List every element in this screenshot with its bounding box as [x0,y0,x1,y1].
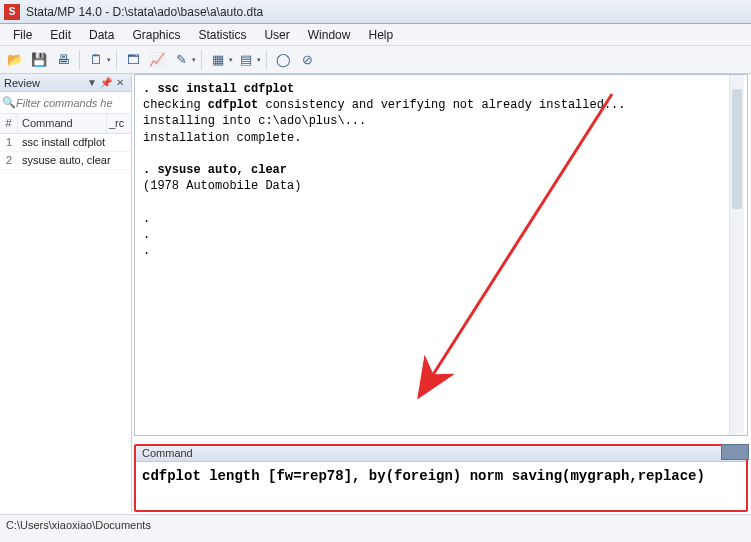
data-browser-icon[interactable]: ▤ [235,49,257,71]
col-rc[interactable]: _rc [107,114,131,133]
chevron-down-icon[interactable]: ▾ [107,56,111,64]
results-line: (1978 Automobile Data) [143,179,301,193]
filter-row: 🔍 ✕ [0,92,131,114]
review-title: Review [4,77,40,89]
command-input-wrap [136,462,746,510]
menu-statistics[interactable]: Statistics [189,26,255,44]
menu-data[interactable]: Data [80,26,123,44]
chevron-down-icon[interactable]: ▾ [192,56,196,64]
menu-edit[interactable]: Edit [41,26,80,44]
vertical-scrollbar[interactable] [729,75,744,435]
scrollbar-thumb[interactable] [732,89,742,209]
results-pane[interactable]: . ssc install cdfplot checking cdfplot c… [134,74,748,436]
app-icon: S [4,4,20,20]
break-icon[interactable]: ⊘ [296,49,318,71]
search-icon: 🔍 [2,96,16,109]
menu-graphics[interactable]: Graphics [123,26,189,44]
filter-icon[interactable]: ▼ [85,76,99,90]
results-line: installing into c:\ado\plus\... [143,114,366,128]
pin-icon[interactable]: 📌 [99,76,113,90]
titlebar-text: Stata/MP 14.0 - D:\stata\ado\base\a\auto… [26,5,263,19]
toolbar-separator [79,50,80,70]
review-header: Review ▼ 📌 ✕ [0,74,131,92]
viewer-icon[interactable]: 🗔 [122,49,144,71]
command-input[interactable] [142,468,740,484]
log-icon[interactable]: 🗒 [85,49,107,71]
menu-help[interactable]: Help [359,26,402,44]
row-number: 1 [0,134,18,151]
row-command: sysuse auto, clear [18,152,131,169]
toolbar-separator [201,50,202,70]
command-window: Command [134,444,748,512]
results-dot: . [143,212,150,226]
menu-file[interactable]: File [4,26,41,44]
statusbar: C:\Users\xiaoxiao\Documents [0,514,751,542]
results-dot: . [143,228,150,242]
data-editor-icon[interactable]: ▦ [207,49,229,71]
results-line: . sysuse auto, clear [143,163,287,177]
col-number[interactable]: # [0,114,18,133]
row-command: ssc install cdfplot [18,134,131,151]
col-command[interactable]: Command [18,114,107,133]
graph-icon[interactable]: 📈 [146,49,168,71]
do-editor-icon[interactable]: ✎ [170,49,192,71]
results-line: installation complete. [143,131,301,145]
review-panel: Review ▼ 📌 ✕ 🔍 ✕ # Command _rc 1 ssc ins… [0,74,132,512]
results-dot: . [143,244,150,258]
titlebar: S Stata/MP 14.0 - D:\stata\ado\base\a\au… [0,0,751,24]
review-row[interactable]: 1 ssc install cdfplot [0,134,131,152]
toolbar: 📂 💾 🖶 🗒 ▾ 🗔 📈 ✎ ▾ ▦ ▾ ▤ ▾ ◯ ⊘ [0,46,751,74]
row-number: 2 [0,152,18,169]
close-icon[interactable]: ✕ [113,76,127,90]
print-icon[interactable]: 🖶 [52,49,74,71]
main-area: Review ▼ 📌 ✕ 🔍 ✕ # Command _rc 1 ssc ins… [0,74,751,512]
menu-window[interactable]: Window [299,26,360,44]
toolbar-separator [266,50,267,70]
review-columns: # Command _rc [0,114,131,134]
results-line: . ssc install cdfplot [143,82,294,96]
menu-user[interactable]: User [255,26,298,44]
open-icon[interactable]: 📂 [4,49,26,71]
command-header: Command [136,446,746,462]
save-icon[interactable]: 💾 [28,49,50,71]
chevron-down-icon[interactable]: ▾ [257,56,261,64]
results-area: . ssc install cdfplot checking cdfplot c… [132,74,751,512]
results-line: checking cdfplot consistency and verifyi… [143,98,626,112]
more-icon[interactable]: ◯ [272,49,294,71]
toolbar-separator [116,50,117,70]
review-row[interactable]: 2 sysuse auto, clear [0,152,131,170]
chevron-down-icon[interactable]: ▾ [229,56,233,64]
command-tab-handle[interactable] [721,444,749,460]
menubar: File Edit Data Graphics Statistics User … [0,24,751,46]
status-path: C:\Users\xiaoxiao\Documents [6,519,151,531]
